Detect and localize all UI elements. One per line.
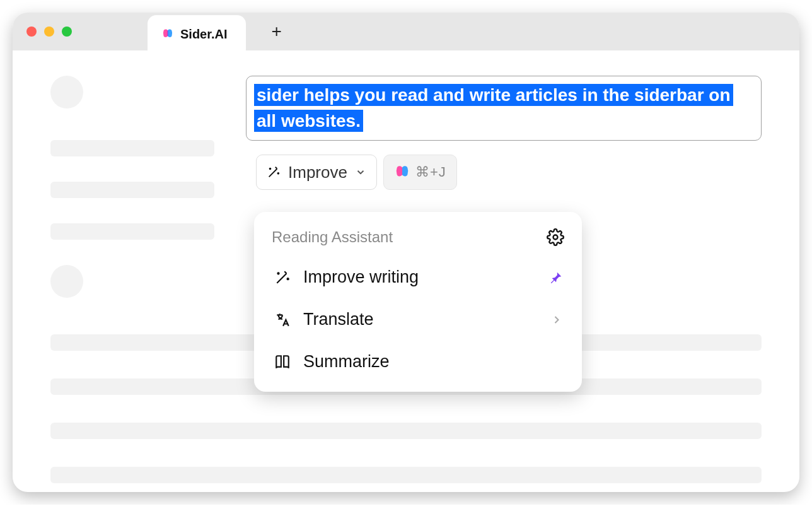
page-content: sider helps you read and write articles … — [13, 50, 799, 492]
popup-item-label: Summarize — [303, 352, 563, 372]
shortcut-text: ⌘+J — [415, 164, 446, 180]
sider-shortcut-button[interactable]: ⌘+J — [383, 155, 457, 190]
inline-action-row: Improve ⌘+J — [256, 155, 762, 190]
selected-text-container[interactable]: sider helps you read and write articles … — [246, 76, 762, 141]
svg-point-3 — [277, 273, 279, 274]
avatar-placeholder — [50, 265, 83, 298]
popup-item-summarize[interactable]: Summarize — [259, 341, 577, 383]
skeleton-line — [50, 140, 214, 156]
skeleton-line — [50, 182, 214, 198]
chevron-right-icon — [550, 314, 563, 326]
reading-assistant-popup: Reading Assistant — [254, 212, 582, 392]
main-column: sider helps you read and write articles … — [246, 76, 762, 467]
svg-point-1 — [277, 173, 279, 174]
popup-header: Reading Assistant — [259, 225, 577, 256]
popup-title: Reading Assistant — [272, 228, 393, 246]
popup-item-label: Improve writing — [303, 267, 538, 287]
active-tab[interactable]: Sider.AI — [148, 15, 246, 53]
popup-item-label: Translate — [303, 310, 539, 329]
improve-label: Improve — [288, 163, 347, 182]
minimize-window-button[interactable] — [44, 26, 54, 37]
translate-icon — [273, 312, 292, 328]
svg-point-4 — [287, 278, 289, 279]
pin-icon — [549, 271, 563, 284]
close-window-button[interactable] — [26, 26, 37, 37]
popup-item-translate[interactable]: Translate — [259, 298, 577, 341]
settings-button[interactable] — [547, 228, 564, 246]
svg-point-2 — [554, 235, 558, 240]
wand-icon — [267, 165, 281, 179]
skeleton-line — [50, 467, 762, 483]
book-icon — [273, 354, 292, 370]
sider-logo-icon — [161, 28, 174, 40]
sider-logo-icon — [394, 164, 410, 180]
tab-bar: Sider.AI + — [13, 13, 799, 50]
wand-icon — [273, 269, 292, 286]
left-skeleton-column — [50, 76, 227, 467]
new-tab-button[interactable]: + — [271, 21, 281, 42]
maximize-window-button[interactable] — [62, 26, 72, 37]
popup-item-improve-writing[interactable]: Improve writing — [259, 256, 577, 298]
window-controls — [26, 26, 72, 37]
chevron-down-icon — [355, 167, 366, 178]
browser-window: Sider.AI + sider helps you read and writ… — [13, 13, 799, 492]
tab-title: Sider.AI — [180, 27, 227, 42]
improve-dropdown-button[interactable]: Improve — [256, 155, 377, 190]
highlighted-text: sider helps you read and write articles … — [254, 84, 733, 132]
skeleton-line — [50, 423, 762, 439]
svg-point-0 — [270, 168, 271, 170]
avatar-placeholder — [50, 76, 83, 108]
skeleton-line — [50, 223, 214, 240]
